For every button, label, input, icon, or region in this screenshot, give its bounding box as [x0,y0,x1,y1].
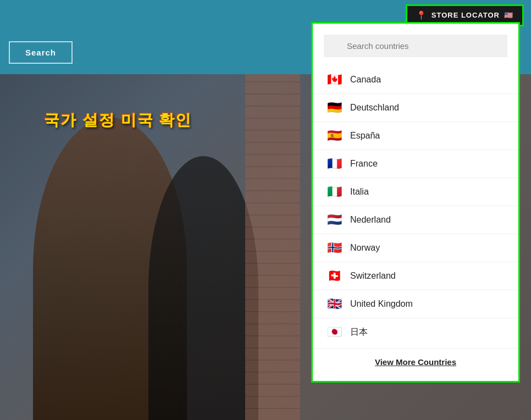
country-item-switzerland[interactable]: 🇨🇭 Switzerland [313,262,518,290]
country-item-italia[interactable]: 🇮🇹 Italia [313,178,518,206]
country-item-canada[interactable]: 🇨🇦 Canada [313,66,518,94]
flag-norway: 🇳🇴 [326,241,342,255]
pin-icon: 📍 [416,10,427,20]
flag-japan: 🇯🇵 [326,325,342,339]
store-locator-label: STORE LOCATOR [432,11,500,19]
flag-espana: 🇪🇸 [326,129,342,143]
country-name-canada: Canada [350,75,381,85]
country-item-uk[interactable]: 🇬🇧 United Kingdom [313,290,518,318]
country-item-espana[interactable]: 🇪🇸 España [313,122,518,150]
flag-switzerland: 🇨🇭 [326,269,342,283]
view-more-countries-link[interactable]: View More Countries [313,348,518,375]
flag-uk: 🇬🇧 [326,297,342,311]
search-countries-input[interactable] [324,35,507,57]
korean-text-overlay: 국가 설정 미국 확인 [44,110,192,131]
country-name-espana: España [350,131,380,141]
search-button[interactable]: Search [9,41,73,64]
country-item-deutschland[interactable]: 🇩🇪 Deutschland [313,94,518,122]
country-name-france: France [350,159,378,169]
country-item-norway[interactable]: 🇳🇴 Norway [313,234,518,262]
search-countries-wrapper: 🔍 [313,35,518,66]
search-input-container: 🔍 [324,35,507,57]
country-item-nederland[interactable]: 🇳🇱 Nederland [313,206,518,234]
country-item-france[interactable]: 🇫🇷 France [313,150,518,178]
country-name-switzerland: Switzerland [350,271,396,281]
country-name-norway: Norway [350,243,380,253]
country-dropdown-panel: 🔍 🇨🇦 Canada 🇩🇪 Deutschland 🇪🇸 España 🇫🇷 … [311,22,520,383]
flag-france: 🇫🇷 [326,157,342,171]
flag-canada: 🇨🇦 [326,73,342,87]
us-flag-icon: 🇺🇸 [504,11,513,19]
country-list: 🇨🇦 Canada 🇩🇪 Deutschland 🇪🇸 España 🇫🇷 Fr… [313,66,518,346]
flag-italia: 🇮🇹 [326,185,342,199]
flag-deutschland: 🇩🇪 [326,101,342,115]
country-name-uk: United Kingdom [350,299,413,309]
flag-nederland: 🇳🇱 [326,213,342,227]
country-item-japan[interactable]: 🇯🇵 日本 [313,318,518,346]
country-name-nederland: Nederland [350,215,391,225]
country-name-deutschland: Deutschland [350,103,399,113]
country-name-japan: 日本 [350,327,368,338]
country-name-italia: Italia [350,187,369,197]
figure-right [148,156,258,420]
